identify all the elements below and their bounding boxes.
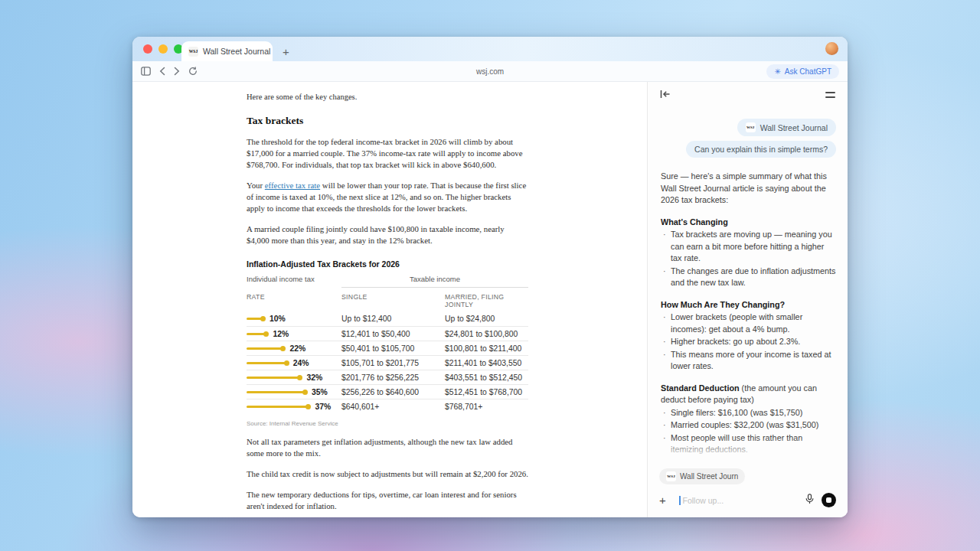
- context-bubble: WSJ Wall Street Journal: [737, 119, 836, 136]
- browser-toolbar: wsj.com ✳ Ask ChatGPT: [132, 61, 848, 82]
- chat-sidebar-header: [648, 82, 848, 108]
- cell-single: $12,401 to $50,400: [341, 330, 445, 338]
- effective-tax-rate-link[interactable]: effective tax rate: [265, 181, 320, 190]
- openai-logo-icon: ✳: [774, 68, 780, 76]
- ask-chatgpt-button[interactable]: ✳ Ask ChatGPT: [766, 64, 839, 79]
- paragraph-text: Your: [247, 181, 265, 190]
- article-paragraph: Not all tax parameters get inflation adj…: [247, 436, 528, 459]
- window-controls: [143, 44, 183, 54]
- cell-single: $50,401 to $105,700: [341, 344, 445, 353]
- cell-single: $256,226 to $640,600: [341, 388, 445, 396]
- tax-brackets-table: Inflation-Adjusted Tax Brackets for 2026…: [247, 259, 528, 427]
- tax-bracket-row: 10%Up to $12,400Up to $24,800: [247, 311, 528, 326]
- followup-input[interactable]: Follow up...: [683, 496, 806, 505]
- response-section: Standard Deduction (the amount you can d…: [661, 383, 836, 456]
- back-button-icon[interactable]: [159, 67, 165, 76]
- rate-bar: [247, 347, 283, 350]
- tab-wall-street-journal[interactable]: WSJ Wall Street Journal: [181, 41, 273, 61]
- wsj-favicon-icon: WSJ: [746, 122, 756, 132]
- tax-bracket-row: 35%$256,226 to $640,600$512,451 to $768,…: [247, 384, 528, 399]
- tax-bracket-row: 12%$12,401 to $50,400$24,801 to $100,800: [247, 326, 528, 341]
- column-header-married: MARRIED, FILING JOINTLY: [445, 293, 528, 308]
- rate-label: 35%: [312, 388, 328, 396]
- section-bullet: Higher brackets: go up about 2.3%.: [661, 336, 836, 348]
- response-section: What's ChangingTax brackets are moving u…: [661, 217, 836, 289]
- new-tab-button[interactable]: +: [283, 46, 289, 57]
- rate-label: 12%: [273, 330, 289, 338]
- table-group-headers: Individual income tax Taxable income: [247, 275, 528, 288]
- rate-label: 10%: [270, 315, 286, 323]
- tab-title: Wall Street Journal: [203, 47, 270, 56]
- minimize-window-button[interactable]: [158, 44, 168, 54]
- cell-single: $201,776 to $256,225: [341, 373, 445, 382]
- article-paragraph: Your effective tax rate will be lower th…: [247, 180, 528, 214]
- tax-bracket-row: 32%$201,776 to $256,225$403,551 to $512,…: [247, 370, 528, 384]
- section-bullet: Tax brackets are moving up — meaning you…: [661, 229, 836, 265]
- column-header-single: SINGLE: [341, 293, 445, 308]
- response-section: How Much Are They Changing?Lower bracket…: [661, 299, 836, 373]
- chatgpt-sidebar: WSJ Wall Street Journal Can you explain …: [647, 82, 848, 517]
- collapse-sidebar-icon[interactable]: [660, 88, 671, 102]
- article-intro: Here are some of the key changes.: [247, 93, 528, 101]
- text-cursor: [679, 496, 681, 505]
- table-source: Source: Internal Revenue Service: [247, 420, 528, 427]
- tax-bracket-row: 37%$640,601+$768,701+: [247, 399, 528, 413]
- section-heading: Standard Deduction (the amount you can d…: [661, 383, 836, 406]
- browser-window: WSJ Wall Street Journal + wsj.com ✳ Ask …: [132, 37, 848, 517]
- chat-menu-icon[interactable]: [825, 92, 835, 97]
- cell-married: $403,551 to $512,450: [445, 373, 528, 382]
- tab-strip: WSJ Wall Street Journal +: [132, 37, 848, 61]
- section-heading: How Much Are They Changing?: [661, 299, 836, 311]
- article-pane[interactable]: Here are some of the key changes. Tax br…: [132, 82, 647, 517]
- forward-button-icon[interactable]: [174, 67, 180, 76]
- rate-bar: [247, 377, 300, 379]
- chat-message-area[interactable]: WSJ Wall Street Journal Can you explain …: [648, 108, 848, 459]
- section-bullet: Married couples: $32,200 (was $31,500): [661, 419, 836, 432]
- cell-married: $768,701+: [445, 403, 528, 411]
- wsj-article: Here are some of the key changes. Tax br…: [247, 82, 528, 517]
- attach-plus-button[interactable]: +: [659, 494, 673, 506]
- question-text: Can you explain this in simple terms?: [694, 145, 828, 154]
- article-paragraph: The threshold for the top federal income…: [247, 136, 528, 171]
- question-bubble: Can you explain this in simple terms?: [686, 141, 836, 158]
- cell-single: $640,601+: [341, 403, 445, 411]
- table-column-headers: RATE SINGLE MARRIED, FILING JOINTLY: [247, 293, 528, 308]
- context-bubble-label: Wall Street Journal: [760, 123, 828, 132]
- microphone-icon[interactable]: [805, 494, 814, 507]
- stop-generating-button[interactable]: [822, 493, 836, 507]
- article-paragraph: The new temporary deductions for tips, o…: [247, 489, 528, 512]
- section-bullet: Most people will use this rather than it…: [661, 432, 836, 456]
- rate-label: 37%: [315, 403, 331, 411]
- response-sections: What's ChangingTax brackets are moving u…: [661, 217, 836, 460]
- column-header-rate: RATE: [247, 293, 341, 308]
- section-bullet: Lower brackets (people with smaller inco…: [661, 311, 836, 335]
- reload-button-icon[interactable]: [188, 67, 198, 76]
- cell-single: $105,701 to $201,775: [341, 359, 445, 367]
- table-rows: 10%Up to $12,400Up to $24,80012%$12,401 …: [247, 311, 528, 413]
- composer-context-chip[interactable]: WSJ Wall Street Journal: [659, 468, 745, 484]
- close-window-button[interactable]: [143, 44, 152, 54]
- rate-label: 32%: [306, 373, 322, 382]
- cell-single: Up to $12,400: [341, 315, 445, 323]
- table-title: Inflation-Adjusted Tax Brackets for 2026: [247, 259, 528, 269]
- group-header-individual: Individual income tax: [247, 275, 341, 288]
- cell-married: $100,801 to $211,400: [445, 344, 528, 353]
- rate-bar: [247, 406, 309, 408]
- wsj-favicon-icon: WSJ: [666, 471, 676, 481]
- cell-married: $512,451 to $768,700: [445, 388, 528, 396]
- tax-bracket-row: 24%$105,701 to $201,775$211,401 to $403,…: [247, 355, 528, 370]
- rate-label: 22%: [289, 344, 305, 353]
- response-intro: Sure — here's a simple summary of what t…: [661, 171, 836, 207]
- composer-context-label: Wall Street Journal: [680, 472, 738, 481]
- rate-bar: [247, 362, 287, 364]
- profile-avatar[interactable]: [825, 42, 838, 55]
- rate-bar: [247, 391, 305, 393]
- sidebar-toggle-icon[interactable]: [141, 67, 151, 76]
- cell-married: $211,401 to $403,550: [445, 359, 528, 367]
- stop-icon: [826, 497, 831, 503]
- address-bar[interactable]: wsj.com: [132, 67, 848, 76]
- article-paragraph: The child tax credit is now subject to a…: [247, 468, 528, 480]
- wsj-favicon-icon: WSJ: [188, 47, 198, 57]
- user-context-message: WSJ Wall Street Journal: [661, 119, 836, 136]
- group-header-taxable: Taxable income: [341, 275, 528, 288]
